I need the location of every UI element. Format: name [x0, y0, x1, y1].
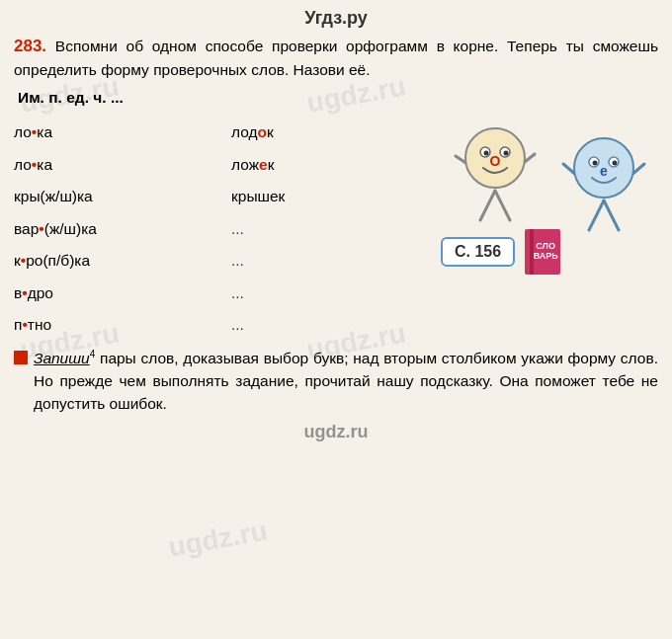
word-left-7: п•тно: [14, 309, 231, 342]
svg-point-7: [484, 151, 489, 156]
svg-text:О: О: [490, 153, 501, 169]
word-left-5: к•ро(п/б)ка: [14, 245, 231, 278]
word-left-3: кры(ж/ш)ка: [14, 181, 231, 213]
char-o-illustration: О: [451, 117, 540, 215]
site-header: Угдз.ру: [14, 8, 658, 29]
word-right-7: ...: [231, 309, 399, 342]
red-square-icon: [14, 351, 28, 364]
word-left-2: ло•ка: [14, 149, 231, 182]
task-italic-word: Запиши: [34, 350, 90, 366]
word-right-1: лодок: [231, 117, 399, 149]
bottom-task: Запиши4 пары слов, доказывая выбор букв;…: [14, 348, 658, 416]
word-left-6: в•дро: [14, 278, 231, 310]
page-container: ugdz.ru ugdz.ru ugdz.ru ugdz.ru ugdz.ru …: [0, 0, 672, 639]
page-ref-box: С. 156: [441, 237, 515, 267]
word-left-4: вар•(ж/ш)ка: [14, 213, 231, 246]
word-right-6: ...: [231, 278, 399, 310]
word-right-2: ложек: [231, 149, 399, 182]
reference-area: С. 156 СЛОВАРЬ: [441, 229, 560, 275]
bottom-task-rest: пары слов, доказывая выбор букв; над вто…: [34, 350, 658, 412]
svg-text:е: е: [600, 163, 608, 179]
svg-line-1: [495, 191, 510, 220]
svg-point-18: [613, 161, 618, 166]
words-area: ло•ка ло•ка кры(ж/ш)ка вар•(ж/ш)ка к•ро(…: [14, 117, 658, 342]
task-intro: 283. Вспомни об одном способе проверки о…: [14, 35, 658, 81]
watermark-5: ugdz.ru: [166, 515, 270, 563]
word-right-5: ...: [231, 245, 399, 278]
svg-line-11: [604, 200, 619, 230]
form-header: Им. п. ед. ч. ...: [14, 89, 658, 107]
dictionary-book: СЛОВАРЬ: [525, 229, 560, 275]
svg-line-0: [480, 191, 495, 220]
svg-point-8: [504, 151, 509, 156]
word-left-1: ло•ка: [14, 117, 231, 149]
svg-point-17: [593, 161, 598, 166]
col-left: ло•ка ло•ка кры(ж/ш)ка вар•(ж/ш)ка к•ро(…: [14, 117, 231, 342]
char-e-illustration: е: [559, 126, 648, 225]
col-right: лодок ложек крышек ... ... ... ...: [231, 117, 399, 342]
dict-label: СЛОВАРЬ: [534, 242, 558, 262]
word-right-4: ...: [231, 213, 399, 246]
site-footer: ugdz.ru: [14, 422, 658, 442]
bottom-task-text: Запиши4 пары слов, доказывая выбор букв;…: [34, 348, 658, 416]
page-ref-text: С. 156: [455, 243, 501, 260]
svg-line-10: [589, 200, 604, 230]
content-area: Угдз.ру 283. Вспомни об одном способе пр…: [14, 8, 658, 442]
illustrations: О: [431, 107, 658, 275]
site-title: Угдз.ру: [304, 8, 368, 28]
task-intro-text: Вспомни об одном способе проверки орфогр…: [14, 38, 658, 78]
task-number: 283.: [14, 37, 46, 55]
word-right-3: крышек: [231, 181, 399, 213]
